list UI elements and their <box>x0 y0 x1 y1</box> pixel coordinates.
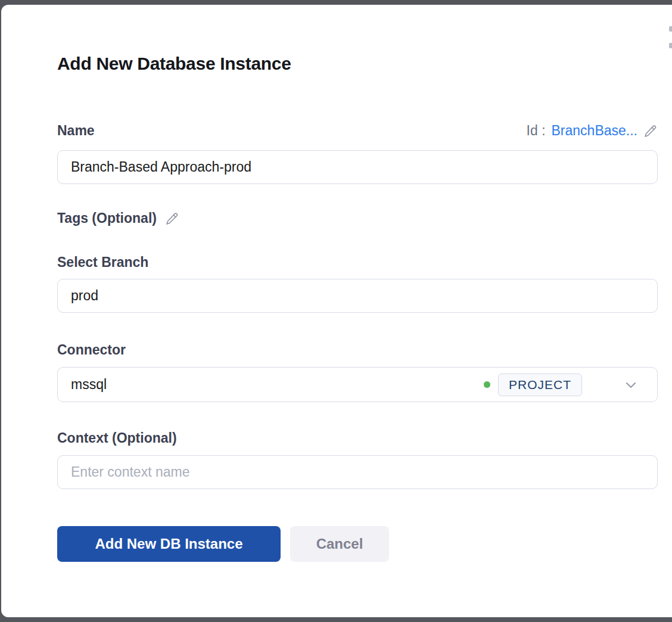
connector-value: mssql <box>71 377 484 393</box>
chevron-down-icon[interactable] <box>624 378 638 392</box>
tags-field-header: Tags (Optional) <box>57 210 658 226</box>
modal-actions: Add New DB Instance Cancel <box>57 526 389 562</box>
add-new-db-instance-button[interactable]: Add New DB Instance <box>57 526 281 562</box>
tags-label: Tags (Optional) <box>57 210 157 226</box>
connector-select[interactable]: mssql PROJECT <box>57 367 658 402</box>
edit-tags-pencil-icon[interactable] <box>165 212 179 226</box>
connector-status-dot-icon <box>484 381 490 388</box>
edit-id-pencil-icon[interactable] <box>643 124 658 138</box>
cancel-button[interactable]: Cancel <box>290 526 389 562</box>
branch-input[interactable] <box>57 279 658 313</box>
connector-label: Connector <box>57 342 126 358</box>
clipped-edge-artifact <box>669 26 672 32</box>
name-field-header: Name Id : BranchBase... <box>57 123 658 139</box>
id-value-link[interactable]: BranchBase... <box>552 123 637 139</box>
id-prefix-label: Id : <box>527 123 546 139</box>
modal-title: Add New Database Instance <box>57 54 291 74</box>
add-db-instance-modal: Add New Database Instance Name Id : Bran… <box>1 5 672 617</box>
name-input[interactable] <box>57 150 658 184</box>
context-label: Context (Optional) <box>57 430 177 446</box>
name-label: Name <box>57 123 95 139</box>
clipped-edge-artifact <box>669 43 672 48</box>
context-input[interactable] <box>57 455 658 489</box>
project-scope-badge: PROJECT <box>498 374 582 396</box>
instance-id-group: Id : BranchBase... <box>527 123 658 139</box>
select-branch-label: Select Branch <box>57 254 148 270</box>
